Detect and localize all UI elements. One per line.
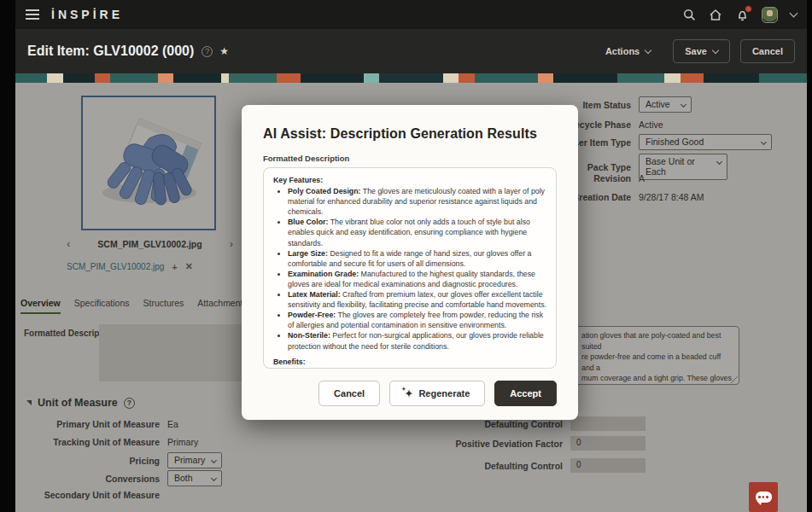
notifications-bell-icon[interactable]: [735, 8, 749, 21]
list-item: Superior Hand Protection: The poly coate…: [288, 368, 546, 369]
list-item: Non-Sterile: Perfect for non-surgical ap…: [288, 330, 546, 351]
notification-badge: [745, 5, 752, 13]
chat-widget-button[interactable]: [749, 482, 778, 512]
ai-assist-modal: AI Assist: Description Generation Result…: [242, 105, 578, 420]
modal-cancel-button[interactable]: Cancel: [318, 381, 380, 406]
home-icon[interactable]: [709, 8, 722, 21]
list-item: Examination Grade: Manufactured to the h…: [288, 269, 546, 289]
list-item: Large Size: Designed to fit a wide range…: [288, 248, 546, 269]
page-title: Edit Item: GLV10002 (000): [27, 44, 194, 59]
modal-field-label: Formatted Description: [263, 154, 557, 163]
section-heading: Key Features:: [273, 175, 546, 185]
cancel-button[interactable]: Cancel: [740, 39, 795, 63]
user-menu-chevron-icon[interactable]: [790, 9, 798, 18]
page-header: Edit Item: GLV10002 (000) ? ★ Actions Sa…: [15, 29, 807, 73]
title-help-icon[interactable]: ?: [202, 46, 213, 57]
benefits-list: Superior Hand Protection: The poly coate…: [273, 368, 546, 369]
list-item: Latex Material: Crafted from premium lat…: [288, 289, 546, 310]
header-buttons: Actions Save Cancel: [593, 39, 795, 63]
main-content: ‹ SCM_PIM_GLV10002.jpg › SCM_PIM_GLV1000…: [15, 83, 807, 512]
ai-sparkle-icon: ✦✦: [405, 389, 412, 399]
chevron-down-icon: [645, 47, 651, 54]
user-avatar[interactable]: [762, 7, 778, 23]
favorite-star-icon[interactable]: ★: [219, 45, 229, 57]
accept-button[interactable]: Accept: [494, 381, 557, 406]
topbar-actions: [682, 7, 797, 23]
top-navbar: İNSPİRE: [15, 0, 807, 29]
modal-footer: Cancel ✦✦ Regenerate Accept: [318, 381, 557, 406]
app-window: İNSPİRE Edit Item: GLV10002 (000) ? ★ Ac…: [15, 0, 807, 512]
search-icon[interactable]: [682, 8, 696, 21]
list-item: Blue Color: The vibrant blue color not o…: [288, 217, 546, 247]
modal-title: AI Assist: Description Generation Result…: [263, 126, 557, 142]
brand-logo: İNSPİRE: [51, 8, 123, 21]
generated-description-box[interactable]: Key Features: Poly Coated Design: The gl…: [263, 167, 557, 369]
list-item: Poly Coated Design: The gloves are metic…: [288, 186, 546, 217]
key-features-list: Poly Coated Design: The gloves are metic…: [273, 186, 546, 352]
section-heading: Benefits:: [273, 357, 546, 367]
decorative-banner: [15, 73, 807, 83]
actions-menu-button[interactable]: Actions: [593, 39, 663, 63]
chat-bubble-icon: [756, 492, 772, 503]
regenerate-button[interactable]: ✦✦ Regenerate: [389, 381, 485, 406]
chevron-down-icon: [712, 47, 719, 54]
hamburger-menu-icon[interactable]: [26, 9, 39, 20]
save-button[interactable]: Save: [673, 39, 730, 63]
list-item: Powder-Free: The gloves are completely f…: [288, 310, 546, 330]
